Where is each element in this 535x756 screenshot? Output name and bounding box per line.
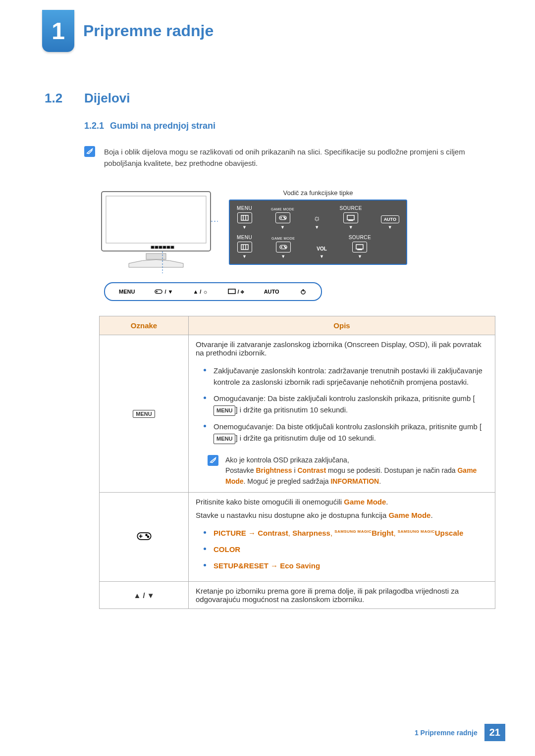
svg-point-40 (146, 534, 147, 536)
source-icon (228, 288, 236, 295)
table-row-menu: MENU Otvaranje ili zatvaranje zaslonskog… (100, 335, 495, 492)
osd-gamemode-label: GAME MODE (271, 207, 294, 211)
svg-rect-20 (349, 220, 353, 221)
row-menu-p1: Otvaranje ili zatvaranje zaslonskog izbo… (196, 340, 488, 357)
osd-gamemode-label-2: GAME MODE (271, 237, 295, 240)
page-footer: 1 Pripremne radnje 21 (415, 724, 505, 741)
section-title: Dijelovi (84, 91, 130, 106)
legend-auto: AUTO (264, 289, 279, 295)
osd-source-label-2: SOURCE (349, 235, 371, 240)
row-menu-li1: Zaključavanje zaslonskih kontrola: zadrž… (204, 365, 488, 393)
svg-rect-7 (167, 246, 170, 249)
row-game-p2: Stavke u nastavku nisu dostupne ako je d… (196, 511, 488, 519)
subsection-number: 1.2.1 (84, 121, 104, 131)
osd-menu-icon-2 (237, 242, 252, 252)
buttons-table: Oznake Opis MENU Otvaranje ili zatvaranj… (99, 316, 495, 609)
row-game-p1: Pritisnite kako biste omogućili ili onem… (196, 498, 488, 506)
osd-gamemode-icon (275, 212, 290, 223)
svg-rect-29 (356, 245, 363, 249)
menu-inline-label: MENU (214, 434, 235, 444)
osd-menu-label: MENU (237, 205, 252, 211)
osd-auto-label: AUTO (381, 215, 399, 223)
row-game-li3: SETUP&RESET → Eco Saving (204, 560, 488, 576)
svg-point-18 (284, 218, 285, 219)
svg-rect-19 (347, 215, 354, 220)
osd-row-2: MENU ▼ GAME MODE (237, 235, 399, 259)
legend-strip: MENU / ▼ ▲ / ☼ / ⎆ AUTO (104, 282, 322, 301)
svg-rect-8 (171, 246, 174, 249)
monitor-illustration (99, 189, 218, 273)
row-menu-li2: Omogućavanje: Da biste zaključali kontro… (204, 393, 488, 421)
row-menu-note-line1: Ako je kontrola OSD prikaza zaključana, (225, 455, 488, 466)
svg-point-41 (147, 536, 149, 538)
front-buttons-diagram: Vodič za funkcijske tipke MENU ▼ (45, 169, 490, 301)
legend-up-brightness: ▲ / ☼ (193, 289, 208, 295)
gamepad-icon (136, 531, 152, 542)
function-key-guide-label: Vodič za funkcijske tipke (229, 189, 407, 197)
svg-rect-1 (106, 196, 206, 243)
osd-brightness-icon: ☼ (313, 213, 321, 223)
legend-menu: MENU (119, 289, 135, 295)
svg-rect-21 (241, 245, 248, 250)
svg-rect-2 (146, 253, 166, 259)
table-header-labels: Oznake (100, 316, 189, 335)
table-header-description: Opis (189, 316, 495, 335)
table-row-gamemode: Pritisnite kako biste omogućili ili onem… (100, 492, 495, 582)
footer-page-number: 21 (484, 724, 505, 741)
osd-gamemode-icon-2 (276, 242, 291, 252)
arrows-label: ▲ / ▼ (100, 582, 189, 609)
row-game-li1: PICTURE → Contrast, Sharpness, SAMSUNG M… (204, 527, 488, 544)
svg-rect-34 (228, 289, 235, 294)
footer-chapter-label: 1 Pripremne radnje (415, 729, 478, 737)
svg-point-28 (285, 247, 286, 248)
row-menu-note: Ako je kontrola OSD prikaza zaključana, … (196, 449, 488, 487)
osd-row-1: MENU ▼ GAME MODE (237, 205, 399, 230)
row-arrows-p1: Kretanje po izborniku prema gore ili pre… (189, 582, 495, 609)
note-icon (84, 146, 95, 157)
row-menu-li3: Onemogućavanje: Da biste otključali kont… (204, 421, 488, 449)
osd-vol-label: VOL (314, 245, 329, 252)
power-icon (299, 288, 307, 295)
osd-menu-label-2: MENU (237, 235, 252, 240)
menu-button-label: MENU (133, 410, 155, 418)
subsection-title: Gumbi na prednjoj strani (110, 121, 215, 131)
section-number: 1.2 (45, 91, 74, 106)
note-text: Boja i oblik dijelova mogu se razlikovat… (104, 146, 490, 169)
legend-source-enter: / ⎆ (228, 288, 244, 295)
osd-source-label: SOURCE (340, 205, 362, 211)
legend-gamepad-down: / ▼ (155, 288, 173, 295)
row-menu-note-line2: Postavke Brightness i Contrast mogu se p… (225, 465, 488, 487)
osd-panel: MENU ▼ GAME MODE (229, 200, 407, 265)
svg-rect-6 (163, 246, 166, 249)
svg-point-17 (283, 217, 284, 218)
svg-rect-4 (155, 246, 158, 249)
gamepad-icon (155, 288, 162, 295)
table-row-arrows: ▲ / ▼ Kretanje po izborniku prema gore i… (100, 582, 495, 609)
osd-source-icon-2 (352, 242, 367, 252)
note-icon (208, 455, 218, 466)
osd-source-icon (343, 212, 358, 223)
svg-rect-5 (159, 246, 162, 249)
svg-rect-3 (151, 246, 154, 249)
menu-inline-label: MENU (214, 405, 235, 416)
svg-rect-11 (241, 215, 248, 220)
svg-rect-30 (358, 249, 362, 250)
osd-menu-icon (237, 212, 252, 223)
note-box: Boja i oblik dijelova mogu se razlikovat… (45, 131, 490, 169)
chapter-number-badge: 1 (42, 10, 74, 52)
chapter-title: Pripremne radnje (83, 22, 214, 40)
row-game-li2: COLOR (204, 544, 488, 560)
legend-power (299, 288, 307, 295)
chapter-header: 1 Pripremne radnje (0, 0, 535, 56)
svg-point-27 (284, 246, 285, 247)
